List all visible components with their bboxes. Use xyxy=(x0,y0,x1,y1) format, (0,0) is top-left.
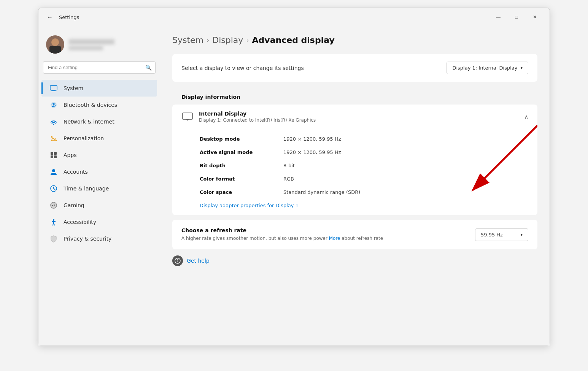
user-profile xyxy=(38,32,160,61)
sidebar-label-personalization: Personalization xyxy=(64,135,104,141)
svg-rect-8 xyxy=(54,152,57,155)
svg-point-5 xyxy=(53,124,54,125)
display-sub: Display 1: Connected to Intel(R) Iris(R)… xyxy=(199,117,316,123)
dropdown-chevron-icon: ▾ xyxy=(520,65,523,70)
sidebar-item-accounts[interactable]: Accounts xyxy=(41,163,157,180)
system-icon xyxy=(49,84,58,93)
sidebar-label-time: Time & language xyxy=(64,186,109,192)
sidebar-item-bluetooth[interactable]: ℬ Bluetooth & devices xyxy=(41,97,157,113)
sidebar: 🔍 System ℬ xyxy=(38,26,160,346)
bit-depth-value: 8-bit xyxy=(283,163,295,168)
sidebar-label-bluetooth: Bluetooth & devices xyxy=(64,102,117,108)
breadcrumb-sep-2: › xyxy=(246,36,249,44)
minimize-button[interactable]: — xyxy=(489,11,507,23)
get-help-label[interactable]: Get help xyxy=(187,258,210,264)
sidebar-item-privacy[interactable]: Privacy & security xyxy=(41,230,157,247)
window-body: 🔍 System ℬ xyxy=(38,26,550,346)
breadcrumb: System › Display › Advanced display xyxy=(172,35,537,45)
bluetooth-icon: ℬ xyxy=(49,100,58,109)
time-icon xyxy=(49,184,58,193)
network-icon xyxy=(49,117,58,126)
svg-point-21 xyxy=(53,219,54,220)
titlebar-controls: — □ ✕ xyxy=(489,11,544,23)
info-row-signal-mode: Active signal mode 1920 × 1200, 59.95 Hz xyxy=(172,146,537,159)
adapter-properties-link[interactable]: Display adapter properties for Display 1 xyxy=(200,203,299,208)
sidebar-item-time[interactable]: Time & language xyxy=(41,180,157,197)
info-row-adapter-link: Display adapter properties for Display 1 xyxy=(172,199,537,212)
signal-mode-label: Active signal mode xyxy=(200,149,283,155)
svg-point-11 xyxy=(52,169,55,172)
refresh-rate-about: about refresh rate xyxy=(342,236,383,241)
refresh-rate-card: Choose a refresh rate A higher rate give… xyxy=(172,220,537,249)
refresh-rate-desc: A higher rate gives smoother motion, but… xyxy=(181,235,448,242)
svg-point-19 xyxy=(54,205,55,205)
breadcrumb-sep-1: › xyxy=(207,36,209,44)
svg-line-14 xyxy=(54,189,55,190)
sidebar-label-accessibility: Accessibility xyxy=(64,219,96,225)
display-info-section-title: Display information xyxy=(172,86,537,105)
maximize-button[interactable]: □ xyxy=(508,11,525,23)
sidebar-item-apps[interactable]: Apps xyxy=(41,147,157,163)
user-email-blur xyxy=(69,46,103,50)
svg-rect-0 xyxy=(50,86,57,90)
svg-rect-9 xyxy=(51,155,53,158)
sidebar-label-system: System xyxy=(64,85,83,91)
svg-rect-26 xyxy=(183,113,192,119)
color-space-value: Standard dynamic range (SDR) xyxy=(283,189,360,195)
refresh-rate-value: 59.95 Hz xyxy=(481,232,503,238)
info-rows: Desktop mode 1920 × 1200, 59.95 Hz Activ… xyxy=(172,129,537,215)
color-format-label: Color format xyxy=(200,176,283,182)
accounts-icon xyxy=(49,167,58,176)
info-row-color-format: Color format RGB xyxy=(172,172,537,186)
sidebar-label-gaming: Gaming xyxy=(64,202,84,208)
refresh-rate-left: Choose a refresh rate A higher rate give… xyxy=(181,227,448,242)
display-selector-row: Select a display to view or change its s… xyxy=(172,54,537,82)
display-header-left: Internal Display Display 1: Connected to… xyxy=(181,111,316,123)
breadcrumb-current: Advanced display xyxy=(252,35,335,45)
display-selector-dropdown[interactable]: Display 1: Internal Display ▾ xyxy=(447,62,528,74)
svg-rect-7 xyxy=(51,152,53,155)
display-header: Internal Display Display 1: Connected to… xyxy=(172,105,537,129)
accessibility-icon xyxy=(49,217,58,227)
breadcrumb-system[interactable]: System xyxy=(172,35,203,45)
bit-depth-label: Bit depth xyxy=(200,163,283,168)
breadcrumb-display[interactable]: Display xyxy=(212,35,243,45)
sidebar-label-privacy: Privacy & security xyxy=(64,236,111,242)
info-row-color-space: Color space Standard dynamic range (SDR) xyxy=(172,186,537,199)
sidebar-item-gaming[interactable]: Gaming xyxy=(41,197,157,214)
display-info-card: Internal Display Display 1: Connected to… xyxy=(172,105,537,215)
refresh-rate-title: Choose a refresh rate xyxy=(181,227,448,233)
search-input[interactable] xyxy=(43,61,156,74)
titlebar: ← Settings — □ ✕ xyxy=(38,8,550,26)
privacy-icon xyxy=(49,234,58,243)
signal-mode-value: 1920 × 1200, 59.95 Hz xyxy=(283,149,341,155)
sidebar-label-network: Network & internet xyxy=(64,119,114,125)
refresh-rate-dropdown[interactable]: 59.95 Hz ▾ xyxy=(475,228,528,241)
user-name-blur xyxy=(69,39,114,44)
sidebar-label-apps: Apps xyxy=(64,152,77,158)
info-row-bit-depth: Bit depth 8-bit xyxy=(172,159,537,172)
refresh-rate-more-link[interactable]: More xyxy=(329,236,340,241)
close-button[interactable]: ✕ xyxy=(526,11,544,23)
svg-text:ℬ: ℬ xyxy=(51,102,56,108)
monitor-icon xyxy=(181,111,194,123)
desktop-mode-label: Desktop mode xyxy=(200,136,283,142)
sidebar-item-system[interactable]: System xyxy=(41,80,157,97)
get-help-row: ? Get help xyxy=(172,249,537,272)
display-selector-value: Display 1: Internal Display xyxy=(452,65,517,71)
main-content: System › Display › Advanced display Sele… xyxy=(160,26,550,346)
sidebar-item-accessibility[interactable]: Accessibility xyxy=(41,214,157,230)
svg-point-6 xyxy=(51,136,52,138)
back-button[interactable]: ← xyxy=(44,12,55,22)
avatar xyxy=(46,35,64,54)
info-rows-wrapper: Desktop mode 1920 × 1200, 59.95 Hz Activ… xyxy=(172,129,537,215)
svg-text:?: ? xyxy=(176,259,178,263)
display-header-text: Internal Display Display 1: Connected to… xyxy=(199,111,316,123)
chevron-up-icon[interactable]: ∧ xyxy=(524,114,528,120)
titlebar-left: ← Settings xyxy=(44,12,489,22)
sidebar-item-personalization[interactable]: Personalization xyxy=(41,130,157,147)
svg-line-24 xyxy=(52,224,54,225)
refresh-rate-chevron-icon: ▾ xyxy=(520,232,523,237)
info-row-desktop-mode: Desktop mode 1920 × 1200, 59.95 Hz xyxy=(172,132,537,146)
sidebar-item-network[interactable]: Network & internet xyxy=(41,113,157,130)
